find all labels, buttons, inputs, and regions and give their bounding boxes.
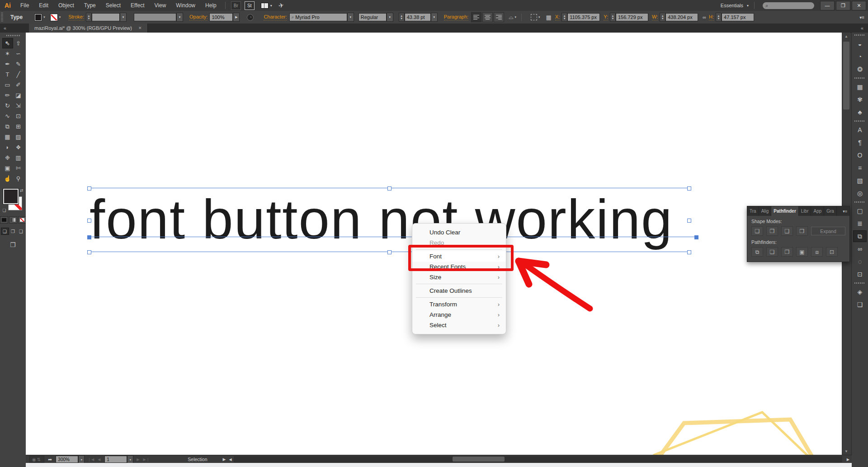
minus-back-button[interactable]: ⊡ (826, 247, 838, 257)
symbol-sprayer-tool[interactable]: ❉ (2, 152, 13, 163)
swap-fill-stroke-icon[interactable]: ⇄ (20, 188, 24, 193)
chevron-down-icon[interactable]: ▾ (59, 15, 61, 19)
expand-button[interactable]: Expand (811, 227, 845, 235)
transparency-panel[interactable]: ◎ (853, 187, 867, 199)
artwork-text[interactable]: font button not working (90, 191, 673, 247)
hand-tool[interactable]: ☝ (2, 173, 13, 184)
menu-object[interactable]: Object (53, 0, 79, 11)
curvature-tool[interactable]: ✎ (13, 59, 24, 69)
gradient-panel[interactable]: ▧ (853, 175, 867, 186)
font-family-field[interactable]: ⌕ Myriad Pro (289, 13, 347, 21)
share-screen-icon[interactable]: ➦ (48, 457, 52, 462)
symbols-panel[interactable]: ♣ (853, 106, 867, 118)
artboard-options[interactable]: ▢ (853, 205, 867, 217)
stroke-label[interactable]: Stroke: (68, 14, 84, 20)
artboard-dropdown[interactable]: ▾ (127, 455, 133, 463)
chevron-down-icon[interactable]: ▾ (514, 15, 516, 19)
perspective-grid-tool[interactable]: ⊞ (13, 121, 24, 132)
opacity-flyout[interactable]: ▶ (233, 13, 240, 22)
rectangle-tool[interactable]: ▭ (2, 80, 13, 90)
selection-baseline[interactable] (89, 237, 696, 237)
w-field[interactable]: 438.204 px (665, 13, 698, 21)
align-right-button[interactable] (494, 12, 504, 22)
status-options[interactable]: ◉⇅ (29, 456, 44, 463)
fill-swatch[interactable] (3, 189, 19, 204)
workspace-switcher[interactable]: Essentials (721, 3, 743, 8)
links-panel[interactable]: ⊡ (853, 268, 867, 280)
opacity-label[interactable]: Opacity: (189, 14, 208, 20)
status-expand-icon[interactable]: ▶ (223, 457, 226, 462)
next-artboard-icon[interactable]: ▶ (137, 457, 140, 462)
recolor-artwork[interactable]: ❂ (853, 63, 867, 75)
draw-inside-button[interactable]: ❑ (17, 228, 25, 235)
scale-tool[interactable]: ⇲ (13, 100, 24, 111)
x-field[interactable]: 1105.375 px (567, 13, 600, 21)
align-left-button[interactable] (471, 12, 481, 22)
panel-tab-libr[interactable]: Libr (799, 206, 811, 216)
color-panel[interactable]: ◒ (853, 38, 867, 50)
menu-window[interactable]: Window (171, 0, 200, 11)
pen-tool[interactable]: ✒ (2, 59, 13, 69)
h-stepper[interactable]: ▲▼ (716, 13, 722, 22)
zoom-dropdown[interactable]: ▾ (78, 455, 85, 463)
selection-handle[interactable] (387, 250, 392, 254)
panel-menu-icon[interactable]: ▾≡ (840, 206, 849, 216)
menu-select[interactable]: Select (101, 0, 126, 11)
artboard-number-field[interactable]: 1 (104, 456, 127, 463)
selection-handle[interactable] (87, 186, 91, 191)
last-artboard-icon[interactable]: ▶❘ (143, 457, 150, 462)
chevron-down-icon[interactable]: ▾ (270, 4, 272, 8)
type-tool[interactable]: T (2, 69, 13, 80)
paragraph-panel[interactable]: ¶ (853, 137, 867, 148)
selection-handle[interactable] (87, 219, 91, 223)
h-field[interactable]: 47.157 px (722, 13, 754, 21)
crop-button[interactable]: ▣ (796, 247, 808, 257)
column-graph-tool[interactable]: ▥ (13, 152, 24, 163)
none-button[interactable] (18, 216, 26, 224)
stock-button[interactable]: St (245, 1, 255, 10)
stroke-weight-field[interactable] (92, 13, 120, 21)
lasso-tool[interactable]: ∽ (13, 48, 24, 59)
zoom-level-field[interactable]: 300% (56, 456, 78, 463)
scroll-down-icon[interactable]: ▼ (842, 448, 850, 455)
y-field[interactable]: 156.729 px (616, 13, 648, 21)
intersect-button[interactable]: ❑ (781, 226, 793, 236)
menu-view[interactable]: View (150, 0, 171, 11)
scroll-left-icon[interactable]: ◀ (229, 457, 232, 462)
collapse-dock-icon[interactable]: « (861, 24, 868, 33)
chevron-down-icon[interactable]: ▾ (538, 15, 540, 19)
line-segment-tool[interactable]: ╱ (13, 69, 24, 80)
divide-button[interactable]: ⧉ (751, 247, 763, 257)
fill-color-swatch[interactable] (34, 14, 42, 21)
panel-grip[interactable] (1, 13, 3, 22)
variable-width-profile[interactable] (134, 13, 176, 21)
trim-button[interactable]: ❏ (766, 247, 778, 257)
panel-tab-alig[interactable]: Alig (759, 206, 772, 216)
selection-handle[interactable] (387, 186, 392, 191)
menu-file[interactable]: File (15, 0, 34, 11)
free-transform-tool[interactable]: ⊡ (13, 111, 24, 121)
fill-stroke-control[interactable]: ⇄ ❏ (3, 188, 24, 213)
chevron-down-icon[interactable]: ▾ (747, 4, 749, 8)
menu-edit[interactable]: Edit (34, 0, 53, 11)
blend-tool[interactable]: ❖ (13, 142, 24, 152)
horizontal-scroll-thumb[interactable] (453, 457, 505, 462)
panel-tab-gra[interactable]: Gra (824, 206, 837, 216)
stroke-weight-dropdown[interactable]: ▾ (120, 13, 127, 22)
context-menu-item-size[interactable]: Size› (412, 272, 506, 282)
menu-type[interactable]: Type (79, 0, 101, 11)
context-menu-item-arrange[interactable]: Arrange› (412, 310, 506, 320)
selection-handle[interactable] (687, 219, 691, 223)
chevron-down-icon[interactable]: ▾ (43, 15, 45, 19)
restore-button[interactable]: ❐ (836, 1, 850, 10)
shape-builder-tool[interactable]: ⧉ (2, 121, 13, 132)
pathfinder-panel-icon[interactable]: ⧉ (853, 230, 867, 242)
artboard-tool[interactable]: ▣ (2, 163, 13, 173)
horizontal-scrollbar[interactable] (234, 456, 842, 462)
envelope-distort-icon[interactable]: ⌓ (509, 14, 513, 21)
scroll-right-icon[interactable]: ▶ (847, 457, 850, 462)
merge-button[interactable]: ❐ (781, 247, 793, 257)
selection-handle[interactable] (87, 250, 91, 254)
document-tab[interactable]: maziRoyal.ai* @ 300% (RGB/GPU Preview) ✕ (29, 24, 148, 33)
opacity-field[interactable]: 100% (209, 13, 233, 21)
